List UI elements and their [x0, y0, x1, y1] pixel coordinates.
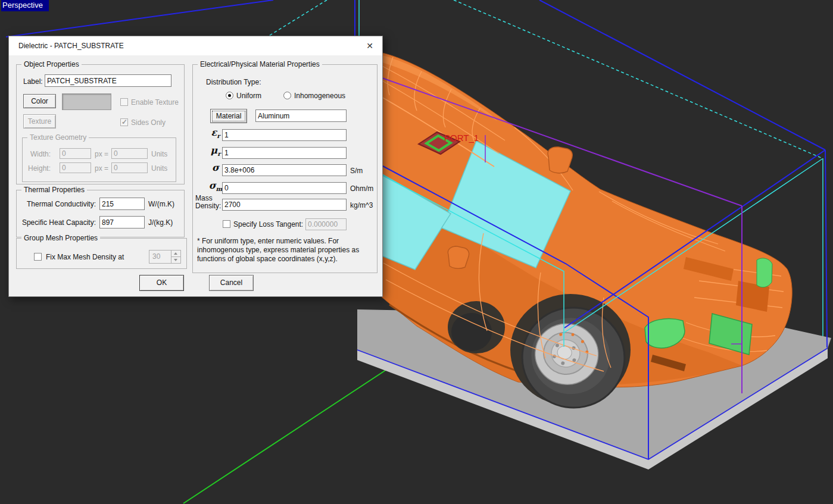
sigma-m-input[interactable]: [222, 182, 347, 194]
thermal-conductivity-units: W/(m.K): [148, 200, 174, 208]
dielectric-dialog: Dielectric - PATCH_SUBSTRATE ✕ Object Pr…: [8, 36, 383, 297]
loss-tangent-input[interactable]: [305, 218, 347, 230]
thermal-properties-legend: Thermal Properties: [21, 186, 87, 194]
heat-capacity-units: J/(kg.K): [148, 218, 173, 227]
texture-geometry-legend: Texture Geometry: [27, 133, 89, 142]
width-units-label: Units: [151, 150, 167, 158]
label-input[interactable]: [45, 74, 171, 87]
width-caption: Width:: [22, 150, 51, 158]
enable-texture-checkbox[interactable]: [120, 98, 128, 106]
epsilon-symbol: εr: [208, 127, 223, 139]
mirror-left: [448, 246, 469, 268]
mesh-density-stepper[interactable]: 30: [149, 250, 181, 264]
heat-capacity-caption: Specific Heat Capacity:: [15, 218, 96, 227]
cancel-button[interactable]: Cancel: [209, 275, 254, 291]
sigma-symbol: σ: [208, 162, 223, 173]
rear-tire: [451, 313, 492, 351]
width-units-input[interactable]: [111, 148, 148, 159]
uniform-label: Uniform: [236, 92, 261, 100]
view-mode-label: Perspective: [1, 0, 49, 11]
height-units-label: Units: [151, 164, 167, 173]
thermal-conductivity-caption: Thermal Conductivity:: [20, 200, 96, 208]
label-caption: Label:: [23, 77, 43, 86]
texture-button[interactable]: Texture: [23, 114, 56, 129]
electrical-properties-legend: Electrical/Physical Material Properties: [198, 60, 322, 68]
object-properties-legend: Object Properties: [21, 60, 82, 68]
material-input[interactable]: [255, 109, 347, 122]
height-px-input[interactable]: [60, 162, 91, 173]
ok-button[interactable]: OK: [139, 275, 184, 291]
mesh-density-value: 30: [152, 252, 160, 261]
fix-mesh-density-label: Fix Max Mesh Density at: [46, 253, 124, 261]
heat-capacity-input[interactable]: [99, 216, 145, 228]
enable-texture-label: Enable Texture: [131, 98, 179, 107]
material-button[interactable]: Material: [210, 109, 247, 123]
mesh-properties-legend: Group Mesh Properties: [21, 234, 100, 242]
width-px-input[interactable]: [60, 148, 91, 159]
mass-density-units: kg/m^3: [350, 201, 373, 209]
sides-only-label: Sides Only: [131, 118, 166, 127]
texture-geometry-group: Texture Geometry: [22, 137, 176, 182]
width-px-eq: px =: [95, 150, 108, 158]
dialog-title: Dielectric - PATCH_SUBSTRATE: [18, 42, 124, 50]
spinner-down-icon[interactable]: [171, 257, 180, 263]
dialog-titlebar[interactable]: Dielectric - PATCH_SUBSTRATE ✕: [9, 36, 382, 55]
height-units-input[interactable]: [111, 162, 148, 173]
mu-symbol: μr: [208, 145, 223, 157]
color-swatch: [62, 93, 111, 110]
inhomogeneous-radio[interactable]: [283, 92, 291, 99]
fix-mesh-density-checkbox[interactable]: [34, 253, 42, 261]
close-icon[interactable]: ✕: [358, 37, 381, 54]
distribution-type-caption: Distribution Type:: [206, 78, 261, 86]
loss-tangent-label: Specify Loss Tangent:: [233, 220, 303, 228]
loss-tangent-checkbox[interactable]: [223, 220, 230, 228]
color-button[interactable]: Color: [23, 94, 56, 108]
thermal-properties-group: Thermal Properties: [16, 190, 185, 237]
uniform-radio[interactable]: [226, 92, 233, 99]
headlight-right: [757, 258, 772, 287]
mass-density-input[interactable]: [222, 199, 347, 211]
height-px-eq: px =: [95, 164, 108, 173]
uniform-type-note: * For uniform type, enter numeric values…: [197, 237, 372, 264]
spinner-up-icon[interactable]: [171, 251, 180, 257]
sigma-input[interactable]: [222, 164, 347, 176]
sides-only-checkbox[interactable]: [120, 118, 128, 126]
inhomogeneous-label: Inhomogeneous: [294, 92, 345, 100]
mass-density-caption: Mass Density:: [195, 195, 223, 210]
mu-input[interactable]: [222, 147, 347, 159]
epsilon-input[interactable]: [222, 129, 347, 141]
sigma-m-symbol: σm: [208, 180, 223, 192]
port-label: PORT_1: [444, 133, 479, 143]
height-caption: Height:: [22, 164, 51, 173]
sigma-m-units: Ohm/m: [350, 184, 373, 193]
application-window: PORT_1: [0, 0, 833, 504]
thermal-conductivity-input[interactable]: [99, 198, 145, 210]
sigma-units: S/m: [350, 167, 363, 175]
